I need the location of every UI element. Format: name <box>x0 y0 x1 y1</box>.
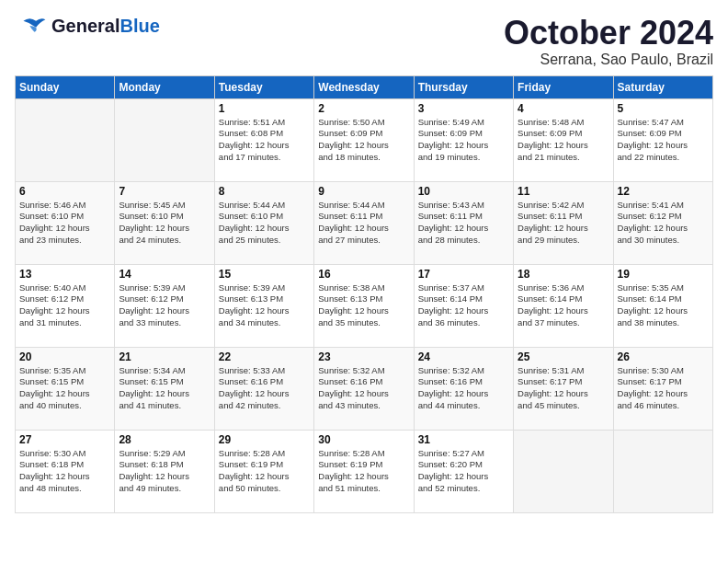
calendar-cell: 20Sunrise: 5:35 AM Sunset: 6:15 PM Dayli… <box>16 347 115 430</box>
day-number: 12 <box>618 185 709 198</box>
day-number: 19 <box>618 268 709 281</box>
day-number: 30 <box>318 433 409 446</box>
day-number: 31 <box>418 433 509 446</box>
logo: GeneralBlue <box>15 15 160 37</box>
day-info: Sunrise: 5:35 AM Sunset: 6:15 PM Dayligh… <box>19 365 110 412</box>
day-number: 23 <box>318 350 409 363</box>
day-number: 25 <box>518 350 609 363</box>
location-subtitle: Serrana, Sao Paulo, Brazil <box>504 52 713 68</box>
header: GeneralBlue October 2024 Serrana, Sao Pa… <box>15 15 713 68</box>
calendar-table: SundayMondayTuesdayWednesdayThursdayFrid… <box>15 75 713 513</box>
day-number: 29 <box>219 433 310 446</box>
day-info: Sunrise: 5:34 AM Sunset: 6:15 PM Dayligh… <box>119 365 210 412</box>
calendar-cell <box>16 98 115 181</box>
calendar-cell: 30Sunrise: 5:28 AM Sunset: 6:19 PM Dayli… <box>314 430 414 512</box>
weekday-header-wednesday: Wednesday <box>314 75 414 98</box>
calendar-cell: 4Sunrise: 5:48 AM Sunset: 6:09 PM Daylig… <box>514 98 613 181</box>
weekday-header-monday: Monday <box>115 75 214 98</box>
logo-general: General <box>51 16 119 36</box>
calendar-cell: 5Sunrise: 5:47 AM Sunset: 6:09 PM Daylig… <box>613 98 712 181</box>
calendar-cell: 29Sunrise: 5:28 AM Sunset: 6:19 PM Dayli… <box>214 430 313 512</box>
day-number: 5 <box>618 102 709 115</box>
calendar-cell: 13Sunrise: 5:40 AM Sunset: 6:12 PM Dayli… <box>16 264 115 347</box>
calendar-cell: 7Sunrise: 5:45 AM Sunset: 6:10 PM Daylig… <box>115 181 214 264</box>
day-info: Sunrise: 5:35 AM Sunset: 6:14 PM Dayligh… <box>618 282 709 329</box>
day-info: Sunrise: 5:39 AM Sunset: 6:13 PM Dayligh… <box>219 282 310 329</box>
day-info: Sunrise: 5:38 AM Sunset: 6:13 PM Dayligh… <box>318 282 409 329</box>
weekday-header-sunday: Sunday <box>16 75 115 98</box>
calendar-cell: 28Sunrise: 5:29 AM Sunset: 6:18 PM Dayli… <box>115 430 214 512</box>
day-info: Sunrise: 5:40 AM Sunset: 6:12 PM Dayligh… <box>19 282 110 329</box>
day-info: Sunrise: 5:47 AM Sunset: 6:09 PM Dayligh… <box>618 117 709 164</box>
calendar-week-row: 6Sunrise: 5:46 AM Sunset: 6:10 PM Daylig… <box>16 181 713 264</box>
calendar-cell: 12Sunrise: 5:41 AM Sunset: 6:12 PM Dayli… <box>613 181 712 264</box>
day-number: 20 <box>19 350 110 363</box>
day-info: Sunrise: 5:31 AM Sunset: 6:17 PM Dayligh… <box>518 365 609 412</box>
day-info: Sunrise: 5:50 AM Sunset: 6:09 PM Dayligh… <box>318 117 409 164</box>
calendar-cell: 11Sunrise: 5:42 AM Sunset: 6:11 PM Dayli… <box>514 181 613 264</box>
calendar-cell: 8Sunrise: 5:44 AM Sunset: 6:10 PM Daylig… <box>214 181 313 264</box>
day-info: Sunrise: 5:30 AM Sunset: 6:18 PM Dayligh… <box>19 448 110 495</box>
day-number: 21 <box>119 350 210 363</box>
day-info: Sunrise: 5:32 AM Sunset: 6:16 PM Dayligh… <box>418 365 509 412</box>
day-info: Sunrise: 5:51 AM Sunset: 6:08 PM Dayligh… <box>219 117 310 164</box>
day-number: 8 <box>219 185 310 198</box>
calendar-week-row: 27Sunrise: 5:30 AM Sunset: 6:18 PM Dayli… <box>16 430 713 512</box>
day-info: Sunrise: 5:46 AM Sunset: 6:10 PM Dayligh… <box>19 200 110 247</box>
day-number: 24 <box>418 350 509 363</box>
day-number: 15 <box>219 268 310 281</box>
day-info: Sunrise: 5:42 AM Sunset: 6:11 PM Dayligh… <box>518 200 609 247</box>
day-number: 6 <box>19 185 110 198</box>
calendar-cell <box>613 430 712 512</box>
day-info: Sunrise: 5:29 AM Sunset: 6:18 PM Dayligh… <box>119 448 210 495</box>
day-info: Sunrise: 5:36 AM Sunset: 6:14 PM Dayligh… <box>518 282 609 329</box>
calendar-cell <box>514 430 613 512</box>
day-number: 22 <box>219 350 310 363</box>
calendar-cell: 22Sunrise: 5:33 AM Sunset: 6:16 PM Dayli… <box>214 347 313 430</box>
day-number: 18 <box>518 268 609 281</box>
day-number: 4 <box>518 102 609 115</box>
day-info: Sunrise: 5:44 AM Sunset: 6:10 PM Dayligh… <box>219 200 310 247</box>
calendar-cell: 26Sunrise: 5:30 AM Sunset: 6:17 PM Dayli… <box>613 347 712 430</box>
logo-blue: Blue <box>119 16 159 36</box>
calendar-week-row: 13Sunrise: 5:40 AM Sunset: 6:12 PM Dayli… <box>16 264 713 347</box>
day-info: Sunrise: 5:49 AM Sunset: 6:09 PM Dayligh… <box>418 117 509 164</box>
day-info: Sunrise: 5:41 AM Sunset: 6:12 PM Dayligh… <box>618 200 709 247</box>
calendar-cell: 1Sunrise: 5:51 AM Sunset: 6:08 PM Daylig… <box>214 98 313 181</box>
weekday-header-friday: Friday <box>514 75 613 98</box>
weekday-header-row: SundayMondayTuesdayWednesdayThursdayFrid… <box>16 75 713 98</box>
day-info: Sunrise: 5:33 AM Sunset: 6:16 PM Dayligh… <box>219 365 310 412</box>
day-info: Sunrise: 5:43 AM Sunset: 6:11 PM Dayligh… <box>418 200 509 247</box>
day-number: 26 <box>618 350 709 363</box>
day-number: 13 <box>19 268 110 281</box>
day-number: 17 <box>418 268 509 281</box>
day-number: 1 <box>219 102 310 115</box>
calendar-cell: 27Sunrise: 5:30 AM Sunset: 6:18 PM Dayli… <box>16 430 115 512</box>
day-info: Sunrise: 5:27 AM Sunset: 6:20 PM Dayligh… <box>418 448 509 495</box>
day-number: 3 <box>418 102 509 115</box>
day-number: 28 <box>119 433 210 446</box>
weekday-header-saturday: Saturday <box>613 75 712 98</box>
calendar-cell: 10Sunrise: 5:43 AM Sunset: 6:11 PM Dayli… <box>414 181 513 264</box>
calendar-cell: 21Sunrise: 5:34 AM Sunset: 6:15 PM Dayli… <box>115 347 214 430</box>
calendar-cell: 24Sunrise: 5:32 AM Sunset: 6:16 PM Dayli… <box>414 347 513 430</box>
calendar-week-row: 20Sunrise: 5:35 AM Sunset: 6:15 PM Dayli… <box>16 347 713 430</box>
logo-bird-icon <box>15 15 48 37</box>
calendar-cell: 16Sunrise: 5:38 AM Sunset: 6:13 PM Dayli… <box>314 264 414 347</box>
day-number: 27 <box>19 433 110 446</box>
weekday-header-tuesday: Tuesday <box>214 75 313 98</box>
calendar-cell <box>115 98 214 181</box>
day-number: 10 <box>418 185 509 198</box>
calendar-cell: 19Sunrise: 5:35 AM Sunset: 6:14 PM Dayli… <box>613 264 712 347</box>
calendar-cell: 3Sunrise: 5:49 AM Sunset: 6:09 PM Daylig… <box>414 98 513 181</box>
calendar-cell: 23Sunrise: 5:32 AM Sunset: 6:16 PM Dayli… <box>314 347 414 430</box>
weekday-header-thursday: Thursday <box>414 75 513 98</box>
day-number: 11 <box>518 185 609 198</box>
calendar-week-row: 1Sunrise: 5:51 AM Sunset: 6:08 PM Daylig… <box>16 98 713 181</box>
calendar-cell: 6Sunrise: 5:46 AM Sunset: 6:10 PM Daylig… <box>16 181 115 264</box>
title-area: October 2024 Serrana, Sao Paulo, Brazil <box>504 15 713 68</box>
calendar-cell: 15Sunrise: 5:39 AM Sunset: 6:13 PM Dayli… <box>214 264 313 347</box>
day-number: 16 <box>318 268 409 281</box>
day-number: 9 <box>318 185 409 198</box>
day-info: Sunrise: 5:39 AM Sunset: 6:12 PM Dayligh… <box>119 282 210 329</box>
